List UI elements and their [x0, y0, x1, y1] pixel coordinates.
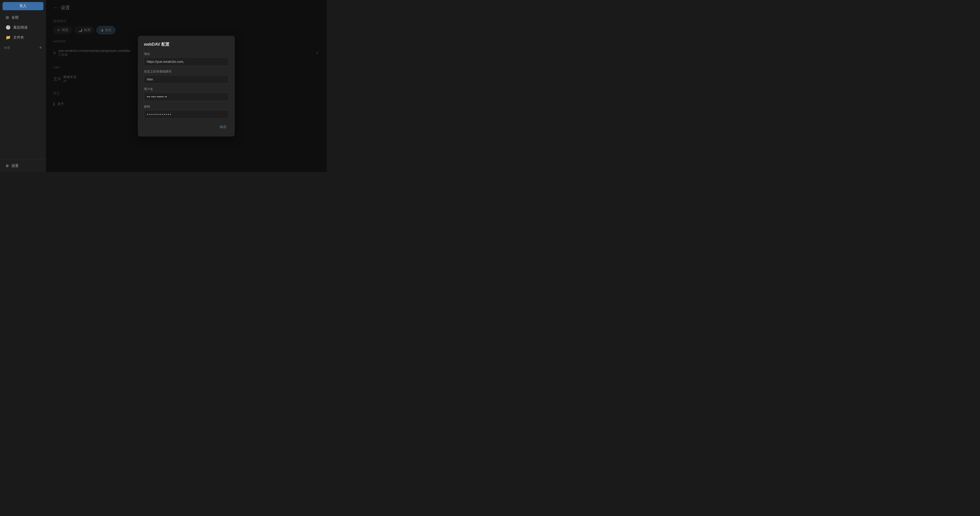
username-group: 用户名 [144, 87, 229, 101]
sidebar-item-folder[interactable]: 📁 文件夹 [2, 33, 45, 42]
settings-icon: ⚙ [6, 164, 9, 168]
modal-actions: 保存 [144, 124, 229, 131]
password-input[interactable] [144, 110, 229, 119]
import-button[interactable]: 导入 [3, 2, 43, 10]
password-label: 密码 [144, 105, 229, 109]
save-button[interactable]: 保存 [218, 124, 229, 131]
sidebar-item-all[interactable]: ⊞ 全部 [2, 13, 45, 22]
main-content: ← 设置 深色模式 ☀ 明亮 🌙 暗黑 ◑ 系统 webDAV ≡ yue.no… [46, 0, 327, 172]
webdav-config-modal: webDAV 配置 地址 自定义目录基础路径 用户名 密码 保存 [138, 36, 235, 137]
modal-title: webDAV 配置 [144, 42, 229, 47]
username-label: 用户名 [144, 87, 229, 91]
address-input[interactable] [144, 57, 229, 66]
add-tag-button[interactable]: + [39, 45, 42, 51]
address-label: 地址 [144, 52, 229, 56]
base-path-group: 自定义目录基础路径 [144, 69, 229, 83]
base-path-label: 自定义目录基础路径 [144, 69, 229, 74]
recent-icon: 🕐 [6, 25, 11, 30]
address-group: 地址 [144, 52, 229, 66]
sidebar-item-settings[interactable]: ⚙ 设置 [2, 161, 45, 170]
password-group: 密码 [144, 105, 229, 119]
tags-section-label: 标签 + [0, 43, 46, 51]
sidebar-bottom: ⚙ 设置 [0, 159, 46, 172]
sidebar-item-folder-label: 文件夹 [13, 35, 24, 40]
sidebar-item-recent[interactable]: 🕐 最近阅读 [2, 23, 45, 32]
sidebar: 导入 ⊞ 全部 🕐 最近阅读 📁 文件夹 标签 + ⚙ 设置 [0, 0, 46, 172]
sidebar-item-all-label: 全部 [11, 15, 19, 20]
modal-overlay[interactable]: webDAV 配置 地址 自定义目录基础路径 用户名 密码 保存 [46, 0, 327, 172]
base-path-input[interactable] [144, 75, 229, 83]
sidebar-settings-label: 设置 [11, 164, 19, 168]
username-input[interactable] [144, 92, 229, 101]
sidebar-item-recent-label: 最近阅读 [13, 25, 27, 30]
folder-icon: 📁 [6, 35, 11, 40]
all-icon: ⊞ [6, 15, 9, 20]
